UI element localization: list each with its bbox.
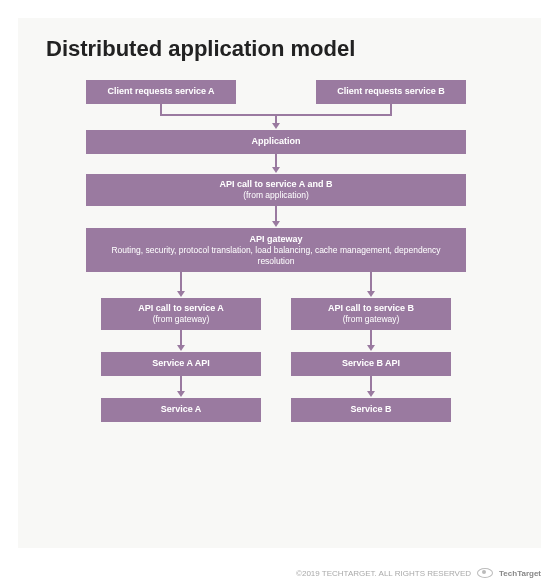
connector <box>275 206 277 222</box>
box-sublabel: (from application) <box>243 190 309 201</box>
diagram-title: Distributed application model <box>46 36 513 62</box>
arrow-down-icon <box>367 291 375 297</box>
eye-icon <box>477 568 493 578</box>
box-label: API gateway <box>249 234 302 245</box>
connector <box>160 104 162 114</box>
box-client-b: Client requests service B <box>316 80 466 104</box>
arrow-down-icon <box>177 391 185 397</box>
arrow-down-icon <box>177 345 185 351</box>
box-api-call-b: API call to service B (from gateway) <box>291 298 451 330</box>
box-label: API call to service A <box>138 303 224 314</box>
box-service-a-api: Service A API <box>101 352 261 376</box>
box-service-b: Service B <box>291 398 451 422</box>
box-label: API call to service A and B <box>220 179 333 190</box>
connector <box>370 330 372 346</box>
connector <box>180 376 182 392</box>
box-service-b-api: Service B API <box>291 352 451 376</box>
arrow-down-icon <box>367 391 375 397</box>
box-api-gateway: API gateway Routing, security, protocol … <box>86 228 466 272</box>
box-sublabel: Routing, security, protocol translation,… <box>92 245 460 266</box>
box-service-a: Service A <box>101 398 261 422</box>
box-client-a: Client requests service A <box>86 80 236 104</box>
connector <box>370 376 372 392</box>
connector <box>370 272 372 292</box>
arrow-down-icon <box>272 123 280 129</box>
attribution-bar: ©2019 TECHTARGET. ALL RIGHTS RESERVED Te… <box>296 568 541 578</box>
arrow-down-icon <box>272 167 280 173</box>
connector <box>275 154 277 168</box>
connector <box>390 104 392 114</box>
box-sublabel: (from gateway) <box>343 314 400 325</box>
box-application: Application <box>86 130 466 154</box>
box-label: API call to service B <box>328 303 414 314</box>
copyright-text: ©2019 TECHTARGET. ALL RIGHTS RESERVED <box>296 569 471 578</box>
box-api-call-ab: API call to service A and B (from applic… <box>86 174 466 206</box>
connector <box>180 330 182 346</box>
brand-text: TechTarget <box>499 569 541 578</box>
box-sublabel: (from gateway) <box>153 314 210 325</box>
outer-card: Distributed application model Client req… <box>0 0 559 584</box>
box-api-call-a: API call to service A (from gateway) <box>101 298 261 330</box>
inner-panel: Distributed application model Client req… <box>18 18 541 548</box>
arrow-down-icon <box>367 345 375 351</box>
arrow-down-icon <box>177 291 185 297</box>
arrow-down-icon <box>272 221 280 227</box>
connector <box>180 272 182 292</box>
diagram-canvas: Client requests service A Client request… <box>46 80 513 520</box>
